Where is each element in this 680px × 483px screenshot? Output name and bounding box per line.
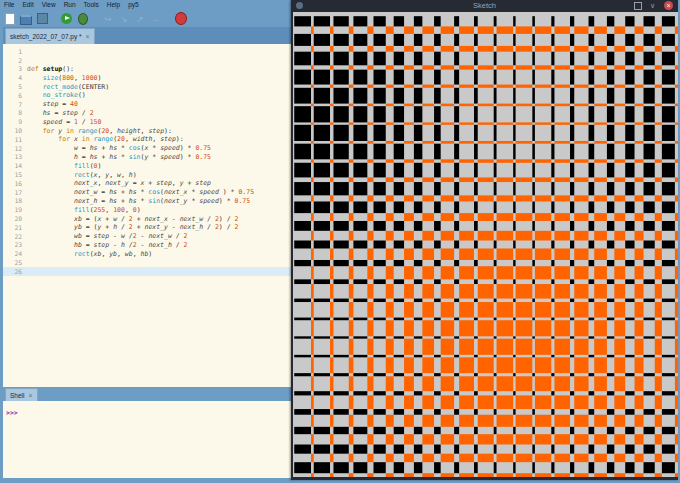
run-script-icon[interactable] [61,12,73,25]
resume-icon[interactable]: → [150,12,162,25]
code-text: wb = step - w /2 - next_w / 2 [27,232,188,240]
code-text: fill(255, 100, 0) [27,206,141,214]
line-number: 1 [3,48,27,55]
code-text: yb = (y + h / 2 + next_y - next_h / 2) /… [27,223,238,231]
sketch-window-title: Sketch [291,1,678,10]
window-minimize-button[interactable]: ∨ [648,1,657,10]
code-text: rect(x, y, w, h) [27,171,137,179]
line-number: 19 [3,206,27,213]
menu-item-tools[interactable]: Tools [84,0,99,10]
sketch-titlebar[interactable]: Sketch ∨ × [291,0,678,12]
editor-tab-label: sketch_2022_07_07.py * [10,33,82,40]
shell-panel[interactable]: >>> [3,401,291,478]
line-number: 24 [3,250,27,257]
line-number: 8 [3,109,27,116]
code-line-12: 12 w = hs + hs * cos(x * speed) * 0.75 [3,144,291,153]
line-number: 21 [3,224,27,231]
line-number: 3 [3,65,27,72]
line-number: 16 [3,180,27,187]
code-text: hs = step / 2 [27,109,94,117]
code-line-7: 7 step = 40 [3,100,291,109]
step-out-icon[interactable]: ↗ [134,12,146,25]
shell-tab-label: Shell [10,392,24,399]
menu-item-py5[interactable]: py5 [128,0,138,10]
window-close-button[interactable]: × [664,1,673,10]
shell-tab-close-icon[interactable]: × [28,392,32,399]
line-number: 13 [3,153,27,160]
code-text: fill(0) [27,162,101,170]
line-number: 4 [3,74,27,81]
code-line-13: 13 h = hs + hs * sin(y * speed) * 0.75 [3,153,291,162]
code-line-1: 1 [3,47,291,56]
shell-tab[interactable]: Shell × [5,388,38,401]
menu-item-view[interactable]: View [42,0,56,10]
line-number: 5 [3,83,27,90]
new-file-icon[interactable] [4,12,16,25]
code-line-3: 3def setup(): [3,65,291,74]
code-text: rect(xb, yb, wb, hb) [27,250,152,258]
line-number: 15 [3,171,27,178]
menu-item-edit[interactable]: Edit [22,0,33,10]
sketch-window: Sketch ∨ × [291,0,678,480]
code-line-20: 20 xb = (x + w / 2 + next_x - next_w / 2… [3,214,291,223]
code-line-23: 23 hb = step - h /2 - next_h / 2 [3,241,291,250]
line-number: 7 [3,101,27,108]
menu-item-help[interactable]: Help [107,0,120,10]
code-text: hb = step - h /2 - next_h / 2 [27,241,188,249]
code-text: next_h = hs + hs * sin(next_y * speed) *… [27,197,250,205]
code-line-10: 10 for y in range(20, height, step): [3,126,291,135]
code-line-4: 4 size(800, 1000) [3,73,291,82]
code-text: speed = 1 / 150 [27,118,101,126]
code-text: w = hs + hs * cos(x * speed) * 0.75 [27,144,211,152]
code-editor[interactable]: 123def setup():4 size(800, 1000)5 rect_m… [3,44,291,387]
line-number: 17 [3,189,27,196]
step-over-icon[interactable]: ↪ [102,12,114,25]
line-number: 14 [3,162,27,169]
code-text: next_x, next_y = x + step, y + step [27,179,211,187]
line-number: 12 [3,145,27,152]
step-into-icon[interactable]: ↘ [118,12,130,25]
code-text: size(800, 1000) [27,74,101,82]
tab-close-icon[interactable]: × [86,33,90,40]
menu-item-run[interactable]: Run [64,0,76,10]
code-line-15: 15 rect(x, y, w, h) [3,170,291,179]
sketch-canvas [293,12,678,477]
code-line-16: 16 next_x, next_y = x + step, y + step [3,179,291,188]
code-text: h = hs + hs * sin(y * speed) * 0.75 [27,153,211,161]
code-text: for x in range(20, width, step): [27,135,184,143]
line-number: 26 [3,268,27,275]
menu-item-file[interactable]: File [4,0,14,10]
menu-bar: FileEditViewRunToolsHelppy5 [4,0,139,10]
code-text: next_w = hs + hs * cos(next_x * speed ) … [27,188,254,196]
window-maximize-button[interactable] [634,2,642,10]
code-text: step = 40 [27,100,78,108]
code-line-21: 21 yb = (y + h / 2 + next_y - next_h / 2… [3,223,291,232]
open-file-icon[interactable] [20,12,32,25]
code-line-17: 17 next_w = hs + hs * cos(next_x * speed… [3,188,291,197]
code-text: rect_mode(CENTER) [27,83,109,91]
line-number: 2 [3,57,27,64]
code-line-18: 18 next_h = hs + hs * sin(next_y * speed… [3,197,291,206]
stop-icon[interactable] [175,12,187,25]
line-number: 10 [3,127,27,134]
editor-tab-bar: sketch_2022_07_07.py * × [3,27,291,44]
code-line-22: 22 wb = step - w /2 - next_w / 2 [3,232,291,241]
code-line-14: 14 fill(0) [3,161,291,170]
save-file-icon[interactable] [36,12,48,25]
line-number: 22 [3,233,27,240]
line-number: 11 [3,136,27,143]
line-number: 6 [3,92,27,99]
line-number: 20 [3,215,27,222]
code-line-25: 25 [3,258,291,267]
code-line-6: 6 no_stroke() [3,91,291,100]
line-number: 23 [3,241,27,248]
debug-script-icon[interactable] [77,12,89,25]
editor-tab[interactable]: sketch_2022_07_07.py * × [5,28,95,44]
code-line-26: 26 [3,267,291,276]
desktop: FileEditViewRunToolsHelppy5 ↪↘↗→ sketch_… [0,0,680,483]
shell-tab-bar: Shell × [3,387,291,401]
shell-prompt: >>> [6,409,18,417]
code-line-5: 5 rect_mode(CENTER) [3,82,291,91]
code-line-24: 24 rect(xb, yb, wb, hb) [3,249,291,258]
line-number: 18 [3,197,27,204]
